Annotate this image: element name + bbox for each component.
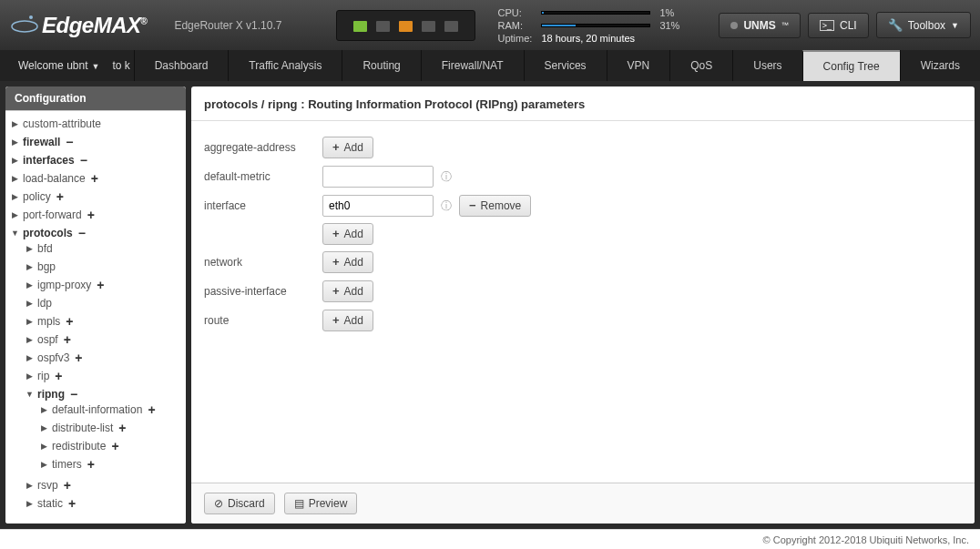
tab-traffic-analysis[interactable]: Traffic Analysis: [228, 50, 342, 81]
tree-item-ospf[interactable]: ▶ospf+: [26, 333, 182, 346]
minus-icon: −: [78, 228, 86, 239]
tree-item-policy[interactable]: ▶policy+: [11, 190, 184, 203]
tree-label: firewall: [23, 136, 60, 148]
tree-label: redistribute: [52, 440, 106, 452]
minus-icon: −: [469, 200, 476, 211]
uptime-value: 18 hours, 20 minutes: [541, 33, 679, 44]
discard-button[interactable]: ⊘Discard: [204, 493, 275, 514]
tab-users[interactable]: Users: [732, 50, 801, 81]
product-logo: EdgeMAX®: [42, 13, 147, 38]
tree-item-default-information[interactable]: ▶default-information+: [40, 403, 180, 416]
svg-point-0: [12, 21, 37, 32]
tree-label: distribute-list: [52, 422, 113, 434]
route-label: route: [204, 314, 322, 327]
config-tree[interactable]: ▶custom-attribute▶firewall−▶interfaces−▶…: [5, 110, 186, 524]
sidebar-title: Configuration: [5, 86, 186, 110]
remove-interface-button[interactable]: −Remove: [459, 195, 531, 217]
network-label: network: [204, 256, 322, 269]
tree-item-bgp[interactable]: ▶bgp: [26, 260, 182, 273]
info-icon[interactable]: ⓘ: [441, 169, 452, 185]
interface-input[interactable]: [322, 195, 434, 217]
add-interface-button[interactable]: +Add: [322, 223, 373, 245]
content-panel: protocols / ripng : Routing Information …: [191, 86, 975, 524]
tree-item-ospfv3[interactable]: ▶ospfv3+: [26, 351, 182, 364]
unms-button[interactable]: UNMS™: [719, 13, 800, 38]
tree-item-ripng[interactable]: ▼ripng−: [26, 388, 182, 401]
tab-dashboard[interactable]: Dashboard: [134, 50, 229, 81]
tree-item-interfaces[interactable]: ▶interfaces−: [11, 154, 184, 167]
tree-label: ripng: [37, 388, 65, 401]
ram-bar: [541, 24, 650, 27]
tree-item-mpls[interactable]: ▶mpls+: [26, 315, 182, 328]
tree-item-distribute-list[interactable]: ▶distribute-list+: [40, 422, 180, 434]
tree-item-rip[interactable]: ▶rip+: [26, 370, 182, 382]
model-version: EdgeRouter X v1.10.7: [174, 19, 281, 32]
plus-icon: +: [64, 334, 71, 345]
tree-item-protocols[interactable]: ▼protocols−: [11, 227, 184, 239]
caret-icon: ▶: [26, 299, 34, 308]
caret-icon: ▶: [26, 317, 34, 326]
plus-icon: +: [91, 173, 98, 184]
tab-services[interactable]: Services: [524, 50, 607, 81]
tree-item-static[interactable]: ▶static+: [26, 497, 182, 510]
tab-config-tree[interactable]: Config Tree: [802, 50, 900, 81]
caret-icon: ▶: [11, 119, 19, 128]
cpu-bar: [541, 11, 650, 15]
caret-icon: ▶: [40, 423, 48, 432]
tree-label: bgp: [37, 260, 56, 273]
chevron-down-icon: ▼: [91, 62, 99, 71]
tree-label: ospfv3: [37, 351, 69, 364]
plus-icon: +: [332, 257, 340, 268]
tree-item-load-balance[interactable]: ▶load-balance+: [11, 172, 184, 185]
tree-item-custom-attribute[interactable]: ▶custom-attribute: [11, 117, 184, 130]
welcome-menu[interactable]: Welcome ubnt▼: [0, 59, 112, 72]
add-passive-interface-button[interactable]: +Add: [322, 280, 373, 302]
cli-button[interactable]: >_CLI: [808, 13, 869, 38]
plus-icon: +: [332, 286, 340, 297]
plus-icon: +: [68, 498, 76, 509]
tree-label: timers: [52, 458, 82, 471]
tree-label: port-forward: [23, 208, 82, 221]
tab-wizards[interactable]: Wizards: [900, 50, 980, 81]
port-2-icon: [376, 21, 390, 32]
main-tabs: DashboardTraffic AnalysisRoutingFirewall…: [134, 50, 980, 81]
tree-label: igmp-proxy: [37, 279, 91, 291]
tree-item-redistribute[interactable]: ▶redistribute+: [40, 440, 180, 452]
to-site-menu[interactable]: to kap: [112, 59, 129, 72]
default-metric-input[interactable]: [322, 166, 434, 188]
plus-icon: +: [111, 441, 118, 452]
caret-icon: ▶: [26, 481, 34, 490]
tree-item-timers[interactable]: ▶timers+: [40, 458, 180, 471]
plus-icon: +: [75, 352, 82, 363]
tree-item-firewall[interactable]: ▶firewall−: [11, 136, 184, 148]
caret-icon: ▶: [11, 156, 19, 165]
tree-label: rsvp: [37, 479, 58, 492]
info-icon[interactable]: ⓘ: [441, 198, 452, 214]
system-stats: CPU: 1% RAM: 31% Uptime: 18 hours, 20 mi…: [497, 7, 679, 44]
tab-firewall-nat[interactable]: Firewall/NAT: [421, 50, 524, 81]
aggregate-address-label: aggregate-address: [204, 141, 322, 154]
caret-icon: ▶: [11, 210, 19, 219]
config-sidebar: Configuration ▶custom-attribute▶firewall…: [5, 86, 186, 524]
port-3-icon: [399, 21, 413, 32]
logo-swirl: [11, 12, 38, 39]
tree-item-igmp-proxy[interactable]: ▶igmp-proxy+: [26, 279, 182, 291]
tree-item-bfd[interactable]: ▶bfd: [26, 242, 182, 255]
port-1-icon: [353, 21, 367, 32]
tree-item-rsvp[interactable]: ▶rsvp+: [26, 479, 182, 492]
add-route-button[interactable]: +Add: [322, 310, 373, 331]
tree-label: ospf: [37, 333, 58, 346]
tree-item-port-forward[interactable]: ▶port-forward+: [11, 208, 184, 221]
add-aggregate-address-button[interactable]: +Add: [322, 137, 373, 158]
tab-qos[interactable]: QoS: [669, 50, 732, 81]
tab-vpn[interactable]: VPN: [607, 50, 670, 81]
plus-icon: +: [55, 371, 62, 381]
minus-icon: −: [70, 389, 77, 400]
caret-icon: ▶: [26, 244, 34, 253]
add-network-button[interactable]: +Add: [322, 251, 373, 273]
tab-routing[interactable]: Routing: [342, 50, 420, 81]
tree-item-ldp[interactable]: ▶ldp: [26, 297, 182, 310]
caret-icon: ▶: [11, 192, 19, 201]
preview-button[interactable]: ▤Preview: [284, 493, 358, 514]
toolbox-button[interactable]: 🔧Toolbox▼: [876, 12, 971, 38]
